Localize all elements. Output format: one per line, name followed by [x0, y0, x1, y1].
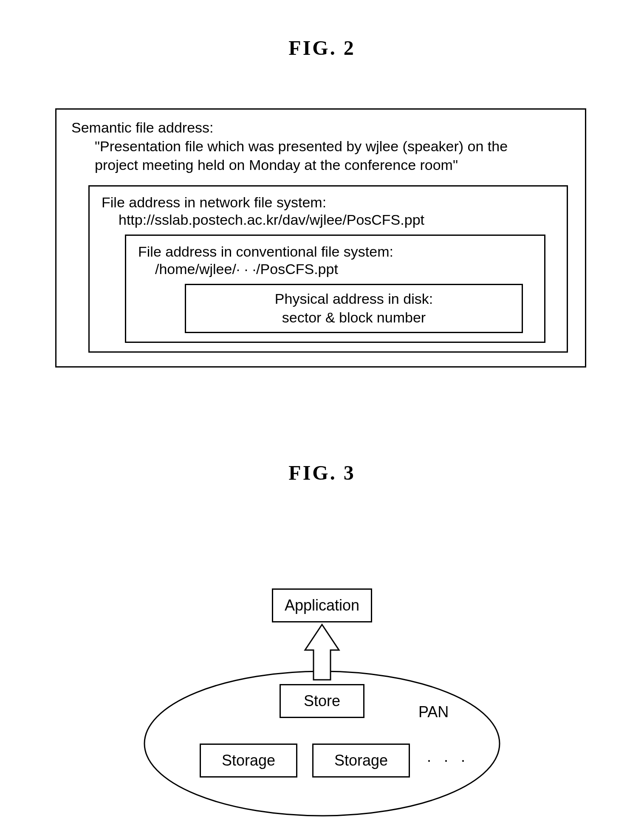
store-box: Store [280, 684, 364, 718]
fig2-physical-label: Physical address in disk: [195, 289, 513, 308]
fig2-semantic-box: Semantic file address: "Presentation fil… [55, 108, 586, 368]
fig3-title: FIG. 3 [0, 461, 644, 484]
storage-dots: · · · [427, 751, 469, 769]
storage-box-1: Storage [200, 744, 297, 778]
fig2-physical-box: Physical address in disk: sector & block… [185, 284, 523, 333]
fig2-network-label: File address in network file system: [102, 193, 558, 212]
storage1-label: Storage [222, 752, 275, 769]
fig2-network-box: File address in network file system: htt… [88, 185, 568, 353]
fig3-diagram: Application Store Storage Storage · · · … [0, 527, 644, 816]
fig3-svg [0, 527, 644, 824]
store-label: Store [304, 692, 340, 710]
application-label: Application [285, 597, 359, 614]
fig2-title: FIG. 2 [0, 36, 644, 59]
fig2-network-value: http://sslab.postech.ac.kr/dav/wjlee/Pos… [102, 212, 558, 228]
fig2-physical-value: sector & block number [195, 308, 513, 327]
fig2-conventional-label: File address in conventional file system… [138, 242, 536, 261]
fig2-semantic-line2: project meeting held on Monday at the co… [71, 156, 570, 174]
fig2-conventional-box: File address in conventional file system… [125, 235, 545, 343]
fig2-conventional-value: /home/wjlee/· · ·/PosCFS.ppt [138, 261, 536, 277]
pan-label: PAN [418, 703, 449, 721]
fig2-semantic-line1: "Presentation file which was presented b… [71, 137, 570, 156]
application-box: Application [272, 588, 372, 622]
storage-box-2: Storage [312, 744, 410, 778]
fig2-semantic-label: Semantic file address: [71, 118, 570, 137]
storage2-label: Storage [334, 752, 388, 769]
